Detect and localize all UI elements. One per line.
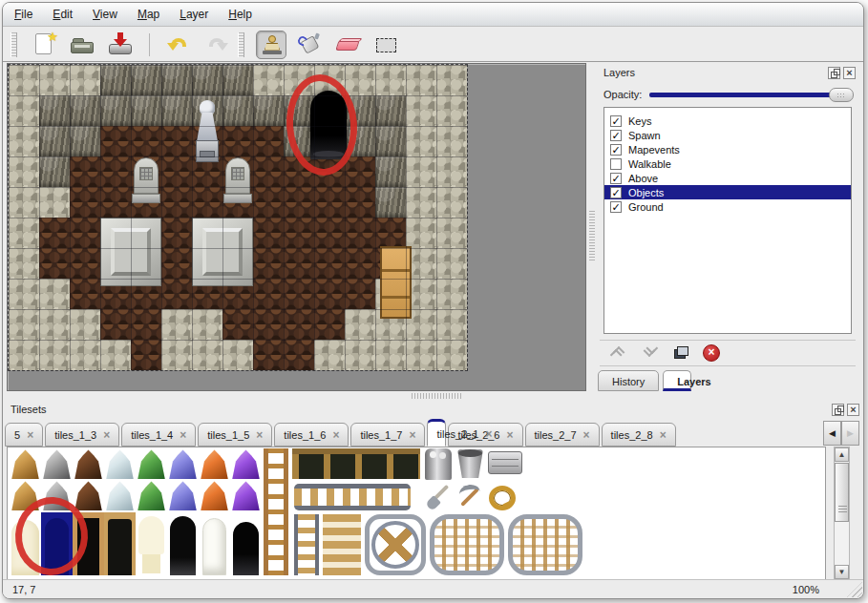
statue-object[interactable] xyxy=(192,99,222,162)
map-tile-rock-wall[interactable] xyxy=(39,95,70,126)
map-tile-rock-ground[interactable] xyxy=(9,248,39,279)
map-tile-crypt-floor[interactable] xyxy=(100,187,131,218)
map-tile-rock-ground[interactable] xyxy=(192,340,222,370)
undo-arrow-button[interactable] xyxy=(163,31,194,59)
tile-blue-crystal[interactable] xyxy=(167,480,199,511)
map-tile-rock-ground[interactable] xyxy=(9,156,39,187)
map-tile-rock-ground[interactable] xyxy=(436,218,467,248)
tile-orange-coral[interactable] xyxy=(199,480,230,511)
map-tile-crypt-floor[interactable] xyxy=(70,156,100,187)
layer-row-mapevents[interactable]: ✓Mapevents xyxy=(604,142,851,156)
menu-view[interactable]: View xyxy=(93,8,117,21)
map-tile-rock-wall[interactable] xyxy=(375,95,406,126)
map-tile-rock-ground[interactable] xyxy=(345,309,375,340)
map-tile-rock-ground[interactable] xyxy=(9,95,39,126)
tile-green-crystal[interactable] xyxy=(136,480,167,511)
tile-dark-doorway[interactable] xyxy=(104,512,136,575)
bookshelf-object[interactable] xyxy=(380,246,412,319)
map-tile-crypt-floor[interactable] xyxy=(345,248,375,279)
horizontal-split-divider[interactable] xyxy=(3,392,863,400)
map-tile-rock-ground[interactable] xyxy=(9,65,39,95)
map-tile-rock-wall[interactable] xyxy=(345,95,375,126)
tab-close-icon[interactable]: × xyxy=(507,428,514,442)
map-tile-crypt-floor[interactable] xyxy=(253,156,284,187)
tile-orange-coral[interactable] xyxy=(199,448,230,480)
layer-visibility-checkbox[interactable]: ✓ xyxy=(610,187,622,198)
tab-close-icon[interactable]: × xyxy=(27,428,33,442)
map-tile-rock-ground[interactable] xyxy=(100,340,131,370)
open-folder-button[interactable] xyxy=(67,31,97,59)
map-tile-rock-ground[interactable] xyxy=(70,340,100,370)
tile-rail-loop-left[interactable] xyxy=(430,514,504,575)
opacity-slider-handle[interactable] xyxy=(829,88,854,102)
toolbar-drag-handle[interactable] xyxy=(238,32,244,57)
map-tile-crypt-floor[interactable] xyxy=(161,279,192,309)
map-tile-rock-wall[interactable] xyxy=(100,65,131,95)
map-tile-crypt-floor[interactable] xyxy=(161,187,192,218)
map-tile-rock-wall[interactable] xyxy=(253,95,284,126)
tile-copper-ore[interactable] xyxy=(73,448,104,480)
tile-rope-coil[interactable] xyxy=(487,484,514,509)
map-tile-rock-ground[interactable] xyxy=(9,279,39,309)
map-tile-crypt-floor[interactable] xyxy=(222,309,253,340)
map-tile-rock-ground[interactable] xyxy=(406,65,436,95)
close-panel-icon[interactable] xyxy=(847,404,859,416)
map-tile-crypt-floor[interactable] xyxy=(70,187,100,218)
map-tile-crypt-floor[interactable] xyxy=(284,218,314,248)
layer-visibility-checkbox[interactable]: ✓ xyxy=(610,130,622,141)
fill-bucket-button[interactable] xyxy=(294,31,325,59)
map-tile-rock-ground[interactable] xyxy=(161,340,192,370)
map-tile-rock-ground[interactable] xyxy=(406,187,436,218)
map-tile-crypt-floor[interactable] xyxy=(39,248,70,279)
tile-silver-ore[interactable] xyxy=(41,480,73,511)
map-tile-crypt-floor[interactable] xyxy=(222,126,253,156)
map-tile-rock-ground[interactable] xyxy=(436,187,467,218)
tile-green-crystal[interactable] xyxy=(136,448,167,480)
map-tile-crypt-floor[interactable] xyxy=(131,309,161,340)
map-tile-crypt-floor[interactable] xyxy=(345,156,375,187)
map-tile-rock-ground[interactable] xyxy=(192,309,222,340)
map-tile-rock-ground[interactable] xyxy=(406,340,436,370)
tile-ice-crystal[interactable] xyxy=(104,448,136,480)
gravestone-left[interactable] xyxy=(132,157,160,220)
map-tile-rock-wall[interactable] xyxy=(192,65,222,95)
map-tile-crypt-floor[interactable] xyxy=(253,218,284,248)
map-tile-rock-wall[interactable] xyxy=(222,65,253,95)
pedestal-left[interactable] xyxy=(100,218,161,286)
map-tile-rock-wall[interactable] xyxy=(345,126,375,156)
map-tile-rock-wall[interactable] xyxy=(161,65,192,95)
map-tile-crypt-floor[interactable] xyxy=(345,218,375,248)
map-canvas[interactable] xyxy=(9,65,467,370)
tile-skull-pillar[interactable] xyxy=(425,448,452,480)
tileset-scrollbar[interactable]: ▲ ▼ xyxy=(834,447,850,580)
map-tile-crypt-floor[interactable] xyxy=(131,126,161,156)
tile-stone-slab[interactable] xyxy=(488,451,522,474)
layer-visibility-checkbox[interactable]: ✓ xyxy=(610,201,622,213)
layer-visibility-checkbox[interactable]: ✓ xyxy=(610,115,622,127)
map-tile-crypt-floor[interactable] xyxy=(192,187,222,218)
tab-close-icon[interactable]: × xyxy=(332,428,339,442)
tileset-tab-tiles_1_7[interactable]: tiles_1_7× xyxy=(350,423,425,447)
map-tile-crypt-floor[interactable] xyxy=(284,309,314,340)
lower-layer-button[interactable] xyxy=(642,344,659,362)
layer-row-objects[interactable]: ✓Objects xyxy=(604,185,851,199)
map-tile-crypt-floor[interactable] xyxy=(284,340,314,370)
panel-tab-history[interactable]: History xyxy=(598,370,659,391)
map-tile-crypt-floor[interactable] xyxy=(253,187,284,218)
tileset-tab-tiles_1_6[interactable]: tiles_1_6× xyxy=(274,423,349,447)
tile-fence-wall[interactable] xyxy=(292,448,420,479)
tile-selected-navy-tile[interactable] xyxy=(41,512,73,575)
map-tile-crypt-floor[interactable] xyxy=(314,218,345,248)
map-tile-rock-ground[interactable] xyxy=(161,309,192,340)
map-tile-crypt-floor[interactable] xyxy=(284,156,314,187)
new-map-button[interactable] xyxy=(29,31,59,59)
map-tile-crypt-floor[interactable] xyxy=(70,218,100,248)
scroll-tabs-left-button[interactable]: ◀ xyxy=(823,421,841,446)
map-tile-rock-wall[interactable] xyxy=(39,156,70,187)
tileset-tab-tiles_2_8[interactable]: tiles_2_8× xyxy=(602,423,676,447)
map-tile-rock-wall[interactable] xyxy=(131,65,161,95)
map-tile-rock-ground[interactable] xyxy=(9,309,39,340)
tileset-tab-tiles_2_1[interactable]: tiles_2_1× xyxy=(427,419,446,447)
tab-close-icon[interactable]: × xyxy=(103,428,110,442)
tileset-tab-tiles_2_7[interactable]: tiles_2_7× xyxy=(525,423,600,447)
